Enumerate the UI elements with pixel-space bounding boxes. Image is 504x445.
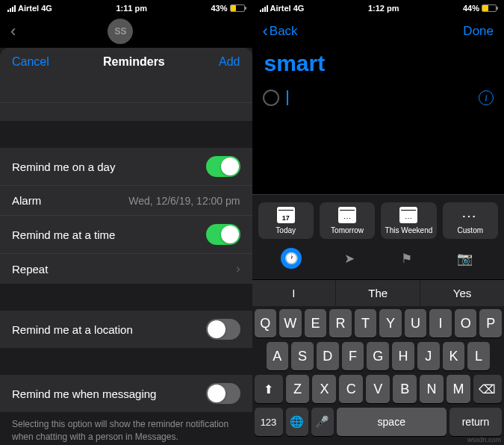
keyboard-row-4: 123 🌐 🎤 space return xyxy=(255,408,503,436)
key-h[interactable]: H xyxy=(392,342,414,370)
signal-bars-icon xyxy=(7,5,16,12)
keyboard-suggestions: I The Yes xyxy=(252,279,505,306)
key-p[interactable]: P xyxy=(479,309,502,337)
notes-field[interactable] xyxy=(0,103,252,121)
key-z[interactable]: Z xyxy=(286,375,310,403)
clock-icon: 🕐 xyxy=(284,252,299,265)
key-space[interactable]: space xyxy=(337,408,447,436)
page-title: Reminders xyxy=(103,55,165,69)
remind-messaging-label: Remind me when messaging xyxy=(12,388,156,400)
remind-messaging-toggle[interactable] xyxy=(206,383,240,404)
remind-time-row: Remind me at a time xyxy=(0,216,252,254)
clock-label: 1:11 pm xyxy=(116,4,147,13)
remind-day-toggle[interactable] xyxy=(206,156,240,177)
key-y[interactable]: Y xyxy=(379,309,402,337)
quick-today-button[interactable]: 17 Today xyxy=(258,202,314,239)
keyboard-row-1: Q W E R T Y U I O P xyxy=(255,309,503,337)
key-a[interactable]: A xyxy=(267,342,289,370)
repeat-label: Repeat xyxy=(12,263,48,276)
keyboard: Q W E R T Y U I O P A S D F G H J K L ⬆ … xyxy=(252,306,505,445)
flag-button[interactable]: ⚑ xyxy=(396,248,417,269)
key-l[interactable]: L xyxy=(467,342,490,370)
list-title: smart xyxy=(252,48,505,84)
battery-pct: 43% xyxy=(211,4,227,13)
suggestion-2[interactable]: The xyxy=(336,280,420,306)
cancel-button[interactable]: Cancel xyxy=(12,55,49,69)
key-u[interactable]: U xyxy=(405,309,427,337)
key-backspace[interactable]: ⌫ xyxy=(473,375,502,403)
suggestion-3[interactable]: Yes xyxy=(420,280,504,306)
key-i[interactable]: I xyxy=(429,309,452,337)
suggestion-1[interactable]: I xyxy=(252,280,337,306)
chevron-left-icon: ‹ xyxy=(263,22,268,41)
alarm-value: Wed, 12/6/19, 12:00 pm xyxy=(128,195,240,207)
flag-icon: ⚑ xyxy=(401,251,412,267)
shift-icon: ⬆ xyxy=(264,382,273,396)
parent-nav: ‹ SS xyxy=(0,15,252,48)
quick-custom-button[interactable]: Custom xyxy=(443,202,498,239)
quick-tomorrow-button[interactable]: Tomorrow xyxy=(320,202,375,239)
nav-bar: ‹ Back Done xyxy=(252,15,505,48)
key-c[interactable]: C xyxy=(339,375,363,403)
alarm-label: Alarm xyxy=(12,194,41,207)
key-d[interactable]: D xyxy=(317,342,339,370)
key-numbers[interactable]: 123 xyxy=(255,408,283,436)
key-g[interactable]: G xyxy=(367,342,389,370)
done-button[interactable]: Done xyxy=(463,24,494,39)
clock-label: 1:12 pm xyxy=(368,4,399,13)
key-t[interactable]: T xyxy=(355,309,377,337)
avatar[interactable]: SS xyxy=(108,19,133,44)
time-button[interactable]: 🕐 xyxy=(281,248,302,269)
repeat-row[interactable]: Repeat › xyxy=(0,254,252,284)
remind-time-label: Remind me at a time xyxy=(12,228,115,241)
text-cursor xyxy=(287,90,288,105)
signal-bars-icon xyxy=(260,5,268,12)
chevron-right-icon: › xyxy=(236,262,240,276)
carrier-label: Airtel 4G xyxy=(18,4,52,13)
key-mic[interactable]: 🎤 xyxy=(311,408,334,436)
key-s[interactable]: S xyxy=(291,342,314,370)
location-button[interactable]: ➤ xyxy=(339,248,360,269)
key-b[interactable]: B xyxy=(393,375,417,403)
key-m[interactable]: M xyxy=(447,375,470,403)
add-button[interactable]: Add xyxy=(219,55,240,69)
back-button[interactable]: ‹ Back xyxy=(263,22,298,41)
camera-icon: 📷 xyxy=(457,251,473,267)
status-bar: Airtel 4G 1:11 pm 43% xyxy=(0,0,252,15)
key-w[interactable]: W xyxy=(279,309,302,337)
key-j[interactable]: J xyxy=(417,342,440,370)
reminder-radio[interactable] xyxy=(263,90,279,106)
calendar-today-icon: 17 xyxy=(277,207,295,223)
remind-location-row: Remind me at a location xyxy=(0,311,252,348)
quick-weekend-button[interactable]: This Weekend xyxy=(381,202,436,239)
key-v[interactable]: V xyxy=(366,375,390,403)
camera-button[interactable]: 📷 xyxy=(454,248,475,269)
key-shift[interactable]: ⬆ xyxy=(255,375,283,403)
location-icon: ➤ xyxy=(344,251,355,267)
key-k[interactable]: K xyxy=(443,342,465,370)
remind-messaging-row: Remind me when messaging xyxy=(0,375,252,412)
key-x[interactable]: X xyxy=(312,375,336,403)
key-o[interactable]: O xyxy=(455,309,477,337)
key-e[interactable]: E xyxy=(305,309,327,337)
keyboard-row-3: ⬆ Z X C V B N M ⌫ xyxy=(255,375,503,403)
key-return[interactable]: return xyxy=(449,408,502,436)
status-bar: Airtel 4G 1:12 pm 44% xyxy=(252,0,505,15)
key-f[interactable]: F xyxy=(342,342,364,370)
backspace-icon: ⌫ xyxy=(479,382,496,396)
alarm-row[interactable]: Alarm Wed, 12/6/19, 12:00 pm xyxy=(0,186,252,216)
remind-time-toggle[interactable] xyxy=(206,224,240,245)
screenshot-list-editor: Airtel 4G 1:12 pm 44% ‹ Back Done smart … xyxy=(252,0,505,445)
ellipsis-icon xyxy=(461,207,479,223)
remind-day-row: Remind me on a day xyxy=(0,148,252,186)
new-reminder-row[interactable]: i xyxy=(252,84,505,112)
info-icon[interactable]: i xyxy=(479,90,494,105)
remind-location-toggle[interactable] xyxy=(206,319,240,340)
key-r[interactable]: R xyxy=(329,309,352,337)
key-q[interactable]: Q xyxy=(255,309,277,337)
battery-icon xyxy=(230,4,245,12)
back-chevron-icon[interactable]: ‹ xyxy=(10,22,16,41)
modal-header: Cancel Reminders Add xyxy=(0,48,252,76)
key-n[interactable]: N xyxy=(420,375,444,403)
key-globe[interactable]: 🌐 xyxy=(286,408,308,436)
